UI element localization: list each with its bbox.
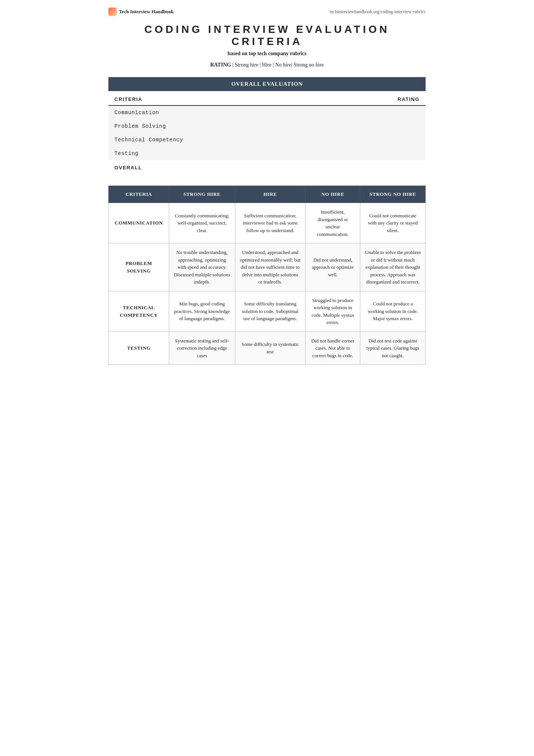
rating-label: RATING — [210, 62, 231, 68]
overall-rating-problem-solving — [332, 119, 426, 133]
overall-rating-communication — [332, 106, 426, 119]
criteria-testing: TESTING — [109, 332, 169, 365]
communication-no-hire: Insufficient, disorganized or unclear co… — [306, 203, 360, 243]
technical-no-hire: Struggled to produce working solution in… — [306, 291, 360, 332]
criteria-technical: TECHNICAL COMPETENCY — [109, 291, 169, 332]
criteria-problem-solving: PROBLEM SOLVING — [109, 243, 169, 291]
overall-row-testing: Testing — [108, 147, 426, 160]
col-strong-hire: STRONG HIRE — [169, 186, 235, 203]
rubric-header-row: CRITERIA STRONG HIRE HIRE NO HIRE STRONG… — [109, 186, 426, 203]
overall-label-problem-solving: Problem Solving — [108, 119, 332, 133]
problem-solving-hire: Understood, approached and optimized rea… — [235, 243, 305, 291]
overall-label-communication: Communication — [108, 106, 332, 119]
rubric-row-technical: TECHNICAL COMPETENCY Min bugs, good codi… — [109, 291, 426, 332]
overall-row-technical: Technical Competency — [108, 133, 426, 147]
rubric-row-problem-solving: PROBLEM SOLVING No trouble understanding… — [109, 243, 426, 291]
logo-icon — [108, 8, 117, 16]
problem-solving-no-hire: Did not understand, approach or optimize… — [306, 243, 360, 291]
overall-label-overall: OVERALL — [108, 160, 332, 175]
technical-strong-hire: Min bugs, good coding practices. Strong … — [169, 291, 235, 332]
problem-solving-strong-hire: No trouble understanding, approaching, o… — [169, 243, 235, 291]
overall-criteria-header: CRITERIA — [108, 91, 332, 105]
overall-row-communication: Communication — [108, 106, 426, 119]
overall-section-header: OVERALL EVALUATION — [108, 77, 426, 91]
top-bar: Tech Interview Handbook techinterviewhan… — [108, 8, 426, 16]
overall-rating-technical — [332, 133, 426, 147]
overall-rating-testing — [332, 147, 426, 160]
testing-strong-no-hire: Did not test code against typical cases.… — [360, 332, 426, 365]
col-criteria: CRITERIA — [109, 186, 169, 203]
testing-no-hire: Did not handle corner cases. Not able to… — [306, 332, 360, 365]
subtitle: based on top tech company rubrics — [108, 51, 426, 57]
testing-strong-hire: Systematic testing and self-correction i… — [169, 332, 235, 365]
main-title: CODING INTERVIEW EVALUATION CRITERIA — [108, 23, 426, 48]
rubric-row-communication: COMMUNICATION Constantly communicating; … — [109, 203, 426, 243]
overall-table: CRITERIA RATING Communication Problem So… — [108, 91, 426, 175]
overall-rating-header: RATING — [332, 91, 426, 105]
criteria-communication: COMMUNICATION — [109, 203, 169, 243]
communication-strong-no-hire: Could not communicate with any clarity o… — [360, 203, 426, 243]
communication-strong-hire: Constantly communicating; well-organized… — [169, 203, 235, 243]
rating-options: | Strong hire | Hire | No hire| Strong n… — [232, 62, 324, 68]
overall-rating-overall — [332, 160, 426, 175]
communication-hire: Sufficient communication; interviewer ha… — [235, 203, 305, 243]
app-name: Tech Interview Handbook — [119, 9, 174, 15]
overall-label-testing: Testing — [108, 147, 332, 160]
overall-row-overall: OVERALL — [108, 160, 426, 175]
col-strong-no-hire: STRONG NO HIRE — [360, 186, 426, 203]
rating-line: RATING | Strong hire | Hire | No hire| S… — [108, 62, 426, 68]
technical-strong-no-hire: Could not produce a working solution in … — [360, 291, 426, 332]
col-no-hire: NO HIRE — [306, 186, 360, 203]
col-hire: HIRE — [235, 186, 305, 203]
testing-hire: Some difficulty in systematic test — [235, 332, 305, 365]
rubric-table: CRITERIA STRONG HIRE HIRE NO HIRE STRONG… — [108, 186, 426, 365]
rubric-row-testing: TESTING Systematic testing and self-corr… — [109, 332, 426, 365]
technical-hire: Some difficulty translating solution to … — [235, 291, 305, 332]
app-logo: Tech Interview Handbook — [108, 8, 174, 16]
problem-solving-strong-no-hire: Unable to solve the problem or did it wi… — [360, 243, 426, 291]
page-url: techinterviewhandbook.org/coding-intervi… — [330, 9, 426, 15]
overall-row-problem-solving: Problem Solving — [108, 119, 426, 133]
overall-label-technical: Technical Competency — [108, 133, 332, 147]
